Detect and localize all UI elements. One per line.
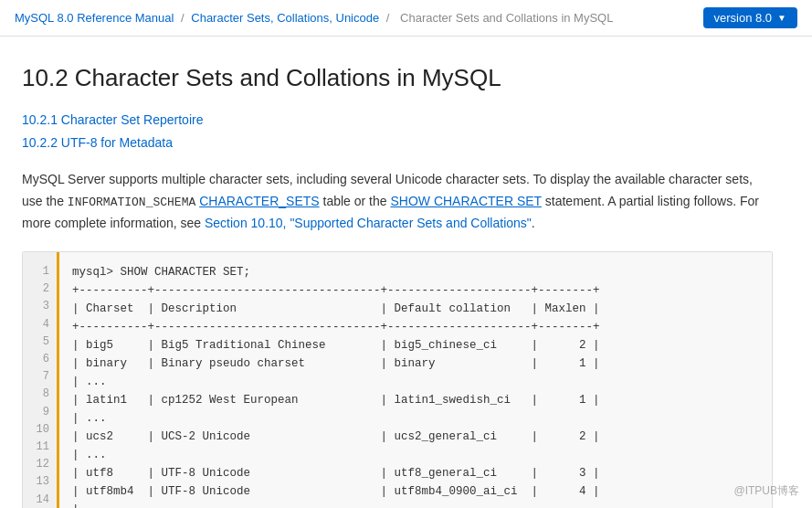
breadcrumb-current: Character Sets and Collations in MySQL bbox=[400, 11, 613, 25]
main-content: 10.2 Character Sets and Collations in My… bbox=[0, 37, 795, 508]
code-block: 1234567891011121314 mysql> SHOW CHARACTE… bbox=[23, 252, 772, 508]
version-dropdown[interactable]: version 8.0 ▼ bbox=[703, 7, 798, 28]
line-number: 1 bbox=[23, 263, 57, 280]
code-content[interactable]: mysql> SHOW CHARACTER SET; +----------+-… bbox=[59, 252, 772, 508]
line-number: 5 bbox=[23, 333, 57, 351]
line-number: 12 bbox=[23, 456, 57, 473]
breadcrumb-sep-2: / bbox=[386, 11, 390, 25]
link-character-sets[interactable]: CHARACTER_SETS bbox=[199, 194, 319, 208]
line-number: 9 bbox=[23, 404, 57, 421]
line-number: 10 bbox=[23, 421, 57, 439]
topbar: MySQL 8.0 Reference Manual / Character S… bbox=[0, 0, 812, 37]
line-number: 2 bbox=[23, 280, 57, 298]
toc-item-1[interactable]: 10.2.1 Character Set Repertoire bbox=[22, 109, 773, 132]
link-show-character-set[interactable]: SHOW CHARACTER SET bbox=[390, 194, 541, 208]
line-number: 8 bbox=[23, 386, 57, 403]
page-title: 10.2 Character Sets and Collations in My… bbox=[22, 64, 773, 92]
code-block-wrapper: 1234567891011121314 mysql> SHOW CHARACTE… bbox=[22, 251, 773, 508]
line-number: 7 bbox=[23, 368, 57, 386]
line-number: 14 bbox=[23, 492, 57, 509]
version-label: version 8.0 bbox=[714, 11, 773, 25]
line-number: 13 bbox=[23, 473, 57, 491]
line-number: 11 bbox=[23, 439, 57, 456]
code-information-schema: INFORMATION_SCHEMA bbox=[68, 196, 195, 209]
line-numbers: 1234567891011121314 bbox=[23, 252, 59, 508]
breadcrumb: MySQL 8.0 Reference Manual / Character S… bbox=[15, 11, 617, 25]
breadcrumb-sep-1: / bbox=[181, 11, 185, 25]
toc-item-2[interactable]: 10.2.2 UTF-8 for Metadata bbox=[22, 132, 773, 154]
link-section-1010[interactable]: Section 10.10, "Supported Character Sets… bbox=[205, 216, 532, 230]
line-number: 4 bbox=[23, 316, 57, 333]
description-paragraph: MySQL Server supports multiple character… bbox=[22, 169, 773, 235]
chevron-down-icon: ▼ bbox=[777, 13, 786, 23]
breadcrumb-link-2[interactable]: Character Sets, Collations, Unicode bbox=[191, 11, 379, 25]
line-number: 3 bbox=[23, 298, 57, 315]
line-number: 6 bbox=[23, 351, 57, 368]
table-of-contents: 10.2.1 Character Set Repertoire 10.2.2 U… bbox=[22, 109, 773, 154]
breadcrumb-link-1[interactable]: MySQL 8.0 Reference Manual bbox=[15, 11, 174, 25]
watermark: @ITPUB博客 bbox=[733, 483, 799, 499]
